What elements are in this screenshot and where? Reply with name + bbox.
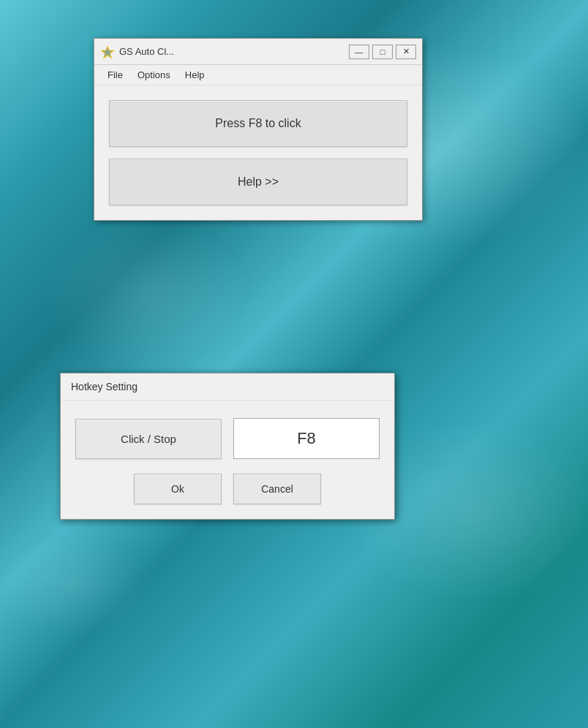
menu-help[interactable]: Help — [178, 67, 212, 83]
hotkey-value-display: F8 — [233, 418, 380, 459]
cancel-button[interactable]: Cancel — [233, 474, 321, 504]
hotkey-dialog: Hotkey Setting Click / Stop F8 Ok Cancel — [60, 373, 395, 520]
dialog-body: Click / Stop F8 Ok Cancel — [61, 401, 394, 519]
menu-options[interactable]: Options — [130, 67, 178, 83]
hotkey-row: Click / Stop F8 — [75, 418, 380, 459]
window-controls: — □ ✕ — [349, 45, 416, 59]
main-title-bar: GS Auto Cl... — □ ✕ — [94, 39, 422, 65]
close-button[interactable]: ✕ — [396, 45, 416, 59]
click-stop-button[interactable]: Click / Stop — [75, 419, 222, 459]
dialog-actions: Ok Cancel — [75, 471, 380, 504]
press-f8-button[interactable]: Press F8 to click — [109, 100, 407, 147]
help-button[interactable]: Help >> — [109, 159, 407, 205]
app-icon — [100, 45, 115, 59]
ok-button[interactable]: Ok — [134, 474, 222, 504]
main-window-title: GS Auto Cl... — [119, 46, 349, 57]
menu-file[interactable]: File — [100, 67, 130, 83]
dialog-title: Hotkey Setting — [61, 374, 394, 401]
maximize-button[interactable]: □ — [372, 45, 393, 59]
minimize-button[interactable]: — — [349, 45, 369, 59]
main-window-body: Press F8 to click Help >> — [94, 86, 422, 220]
main-window: GS Auto Cl... — □ ✕ File Options Help Pr… — [94, 38, 423, 221]
menu-bar: File Options Help — [94, 65, 422, 86]
